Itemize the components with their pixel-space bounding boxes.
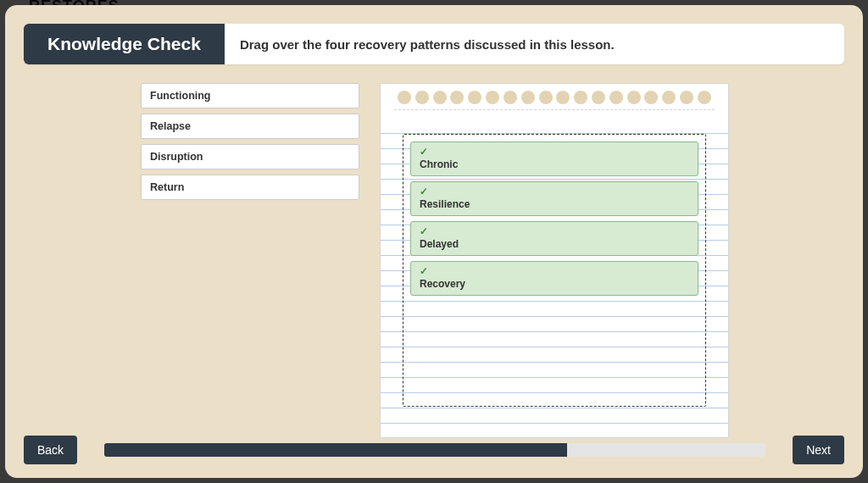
spiral-binding (394, 91, 715, 109)
spiral-hole-icon (556, 91, 570, 104)
page-title: Knowledge Check (24, 24, 225, 64)
spiral-hole-icon (662, 91, 676, 104)
spiral-hole-icon (539, 91, 553, 104)
spiral-hole-icon (433, 91, 447, 104)
spiral-hole-icon (644, 91, 658, 104)
spiral-hole-icon (680, 91, 693, 104)
dropped-item-label: Delayed (420, 238, 689, 250)
lined-paper-area: ✓ Chronic ✓ Resilience ✓ Delayed ✓ Recov… (381, 119, 728, 424)
check-icon: ✓ (420, 146, 689, 158)
header-bar: Knowledge Check Drag over the four recov… (24, 24, 844, 64)
drag-source-item[interactable]: Return (141, 175, 359, 200)
spiral-hole-icon (450, 91, 464, 104)
progress-fill (104, 443, 567, 457)
drag-source-item[interactable]: Functioning (141, 83, 359, 108)
spiral-hole-icon (698, 91, 711, 104)
content-area: Functioning Relapse Disruption Return (5, 64, 863, 438)
perforation-line (394, 109, 715, 110)
dropped-item-label: Chronic (420, 158, 689, 170)
next-button[interactable]: Next (793, 436, 844, 464)
lesson-stage: Knowledge Check Drag over the four recov… (5, 5, 863, 478)
spiral-hole-icon (468, 91, 481, 104)
spiral-hole-icon (398, 91, 411, 104)
dropped-item[interactable]: ✓ Resilience (410, 181, 698, 216)
dropped-item[interactable]: ✓ Delayed (410, 221, 698, 256)
dropped-item[interactable]: ✓ Recovery (410, 261, 698, 296)
drag-source-list: Functioning Relapse Disruption Return (141, 83, 359, 438)
dropped-item-label: Recovery (420, 278, 689, 290)
spiral-hole-icon (521, 91, 535, 104)
drag-source-item[interactable]: Relapse (141, 114, 359, 139)
dropped-item-label: Resilience (420, 198, 689, 210)
check-icon: ✓ (420, 265, 689, 277)
spiral-hole-icon (609, 91, 623, 104)
notepad: ✓ Chronic ✓ Resilience ✓ Delayed ✓ Recov… (380, 83, 729, 438)
check-icon: ✓ (420, 225, 689, 237)
spiral-hole-icon (415, 91, 429, 104)
instruction-text: Drag over the four recovery patterns dis… (225, 24, 844, 64)
spiral-hole-icon (504, 91, 517, 104)
spiral-hole-icon (486, 91, 499, 104)
check-icon: ✓ (420, 186, 689, 197)
footer-nav: Back Next (5, 422, 863, 478)
drop-zone[interactable]: ✓ Chronic ✓ Resilience ✓ Delayed ✓ Recov… (403, 134, 706, 407)
spiral-hole-icon (592, 91, 605, 104)
progress-bar[interactable] (104, 443, 765, 457)
drag-source-item[interactable]: Disruption (141, 144, 359, 169)
back-button[interactable]: Back (24, 436, 77, 464)
spiral-hole-icon (574, 91, 587, 104)
dropped-item[interactable]: ✓ Chronic (410, 142, 698, 176)
spiral-hole-icon (627, 91, 641, 104)
